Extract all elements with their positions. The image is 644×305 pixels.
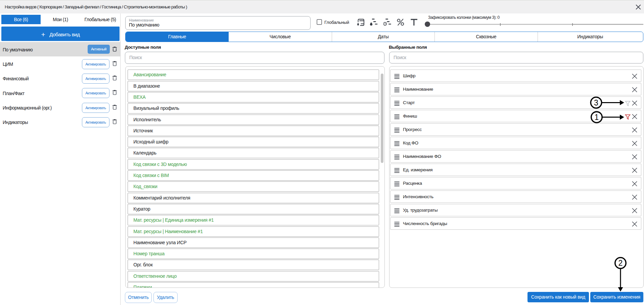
svg-text:1: 1: [595, 113, 599, 122]
svg-text:2: 2: [618, 259, 623, 267]
svg-text:3: 3: [594, 98, 598, 107]
